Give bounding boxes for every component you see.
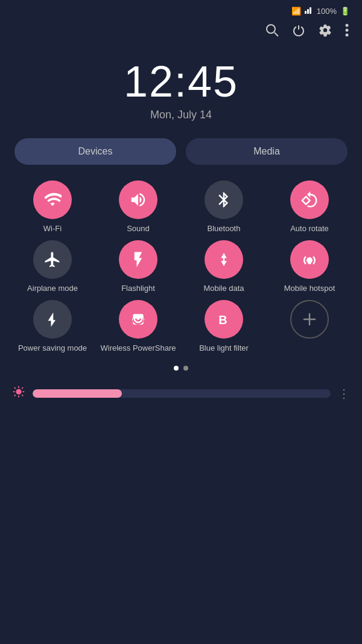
svg-text:B: B (218, 313, 227, 326)
add-tile-button[interactable] (290, 300, 329, 339)
power-icon[interactable] (292, 24, 305, 40)
signal-status-icon (305, 6, 313, 16)
tile-auto-rotate-label: Auto rotate (290, 224, 329, 234)
svg-line-4 (275, 33, 278, 36)
more-options-icon[interactable] (345, 24, 349, 40)
tile-airplane-label: Airplane mode (27, 284, 78, 294)
tile-mobile-data-label: Mobile data (203, 284, 244, 294)
tab-devices[interactable]: Devices (14, 138, 176, 165)
brightness-control: ⋮ (0, 378, 362, 409)
brightness-fill (33, 389, 122, 398)
settings-icon[interactable] (319, 24, 332, 40)
tile-wireless-powershare[interactable]: Wireless PowerShare (98, 300, 179, 354)
tile-blue-light-filter[interactable]: B Blue light filter (183, 300, 264, 354)
tile-mobile-data[interactable]: Mobile data (183, 240, 264, 294)
tile-airplane-mode[interactable]: Airplane mode (12, 240, 93, 294)
tile-bluetooth[interactable]: Bluetooth (183, 180, 264, 234)
tile-add[interactable] (269, 300, 350, 354)
svg-point-6 (346, 29, 349, 32)
svg-line-16 (14, 387, 16, 389)
svg-point-5 (346, 24, 349, 27)
tile-sound[interactable]: Sound (98, 180, 179, 234)
svg-rect-1 (307, 9, 309, 14)
clock-time: 12:45 (0, 57, 362, 106)
clock-date: Mon, July 14 (0, 109, 362, 121)
tile-auto-rotate[interactable]: Auto rotate (269, 180, 350, 234)
tile-flashlight[interactable]: Flashlight (98, 240, 179, 294)
svg-point-11 (16, 389, 21, 394)
tile-power-saving-label: Power saving mode (18, 343, 87, 354)
tile-wifi-label: Wi-Fi (43, 224, 62, 234)
brightness-more-icon[interactable]: ⋮ (338, 386, 350, 401)
tile-power-saving[interactable]: Power saving mode (12, 300, 93, 354)
search-icon[interactable] (265, 24, 279, 40)
tile-mobile-hotspot[interactable]: Mobile hotspot (269, 240, 350, 294)
tab-media[interactable]: Media (186, 138, 348, 165)
tab-row: Devices Media (0, 126, 362, 174)
battery-status: 100% (317, 7, 337, 16)
page-dot-1 (174, 366, 179, 371)
svg-point-7 (346, 34, 349, 37)
tile-wifi[interactable]: Wi-Fi (12, 180, 93, 234)
svg-line-17 (22, 395, 23, 396)
brightness-slider[interactable] (33, 389, 331, 398)
page-dot-2 (183, 366, 188, 371)
tile-flashlight-label: Flashlight (121, 284, 155, 294)
tile-blue-light-filter-label: Blue light filter (199, 343, 249, 354)
tile-mobile-hotspot-label: Mobile hotspot (284, 284, 335, 294)
svg-rect-0 (305, 11, 306, 14)
status-bar: 📶 100% 🔋 (0, 0, 362, 19)
action-icons-row (0, 19, 362, 45)
brightness-sun-icon (12, 385, 25, 402)
page-indicator (0, 363, 362, 378)
tile-wireless-powershare-label: Wireless PowerShare (101, 343, 176, 354)
clock-section: 12:45 Mon, July 14 (0, 45, 362, 126)
wifi-status-icon: 📶 (291, 7, 301, 16)
quick-tiles-grid: Wi-Fi Sound Bluetooth Auto rotate (0, 174, 362, 363)
tile-sound-label: Sound (127, 224, 150, 234)
svg-point-3 (267, 25, 275, 33)
svg-line-19 (14, 395, 16, 396)
battery-icon: 🔋 (340, 7, 350, 16)
svg-rect-2 (310, 7, 311, 14)
svg-line-18 (22, 387, 23, 389)
tile-bluetooth-label: Bluetooth (208, 224, 241, 234)
